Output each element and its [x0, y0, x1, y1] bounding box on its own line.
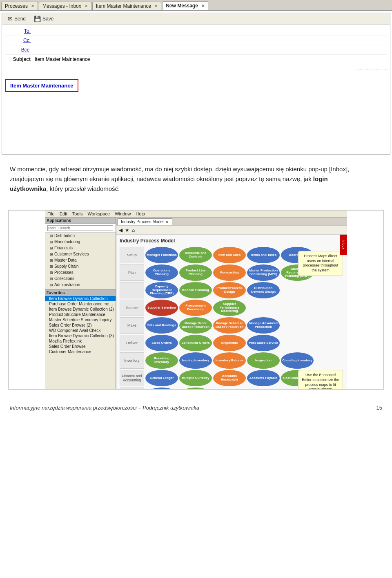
sidebar-item-distribution[interactable]: ⊞ Distribution — [45, 233, 116, 239]
favorite-item-1[interactable]: Purchase Order Maintenance menu coll — [45, 301, 116, 307]
email-body[interactable]: Item Master Maintenance — [2, 72, 390, 154]
tab-messages-inbox[interactable]: Messages - Inbox ✕ — [39, 2, 91, 10]
tab-new-message[interactable]: New Message ✕ — [162, 1, 208, 10]
subject-input[interactable] — [34, 56, 387, 63]
menu-help[interactable]: Help — [136, 211, 145, 216]
cell-product-process-design[interactable]: Product/Process Design — [213, 282, 246, 298]
tab-processes[interactable]: Processes ✕ — [1, 2, 38, 10]
cell-manage-schedule-based[interactable]: Manage Schedule Based Production — [213, 317, 246, 334]
favorite-item-7[interactable]: Item Browse Dynamic Collection (3) — [45, 333, 116, 338]
cell-sales-orders[interactable]: Sales Orders — [145, 335, 178, 351]
cell-manager-functions[interactable]: Manager Functions — [145, 247, 178, 263]
row-label-inventory: Inventory — [120, 352, 144, 369]
expand-icon-manufacturing: ⊞ — [50, 240, 53, 244]
cell-shipments[interactable]: Shipments — [213, 335, 246, 351]
favorite-item-10[interactable]: Customer Maintenance — [45, 349, 116, 354]
row-label-source: Source — [120, 300, 144, 316]
to-input[interactable] — [34, 28, 387, 34]
sidebar-item-supply-chain[interactable]: ⊞ Supply Chain — [45, 263, 116, 269]
menu-edit[interactable]: Edit — [60, 211, 67, 216]
process-map-title: Industry Process Model — [120, 238, 344, 244]
inbox-tab-right[interactable]: Inbox — [340, 235, 347, 255]
sidebar-favorites: Favorites Item Browse Dynamic Collection… — [45, 289, 116, 354]
cell-multiple-currency[interactable]: Multiple Currency — [179, 370, 212, 386]
inner-tab-industry-process-model[interactable]: Industry Process Model ✕ — [117, 218, 172, 225]
cell-fixed-assets[interactable]: Fixed Assets — [179, 388, 212, 389]
cell-scheduled-orders[interactable]: Scheduled Orders — [179, 335, 212, 351]
cell-manage-advanced[interactable]: Manage Advanced Production — [247, 317, 280, 334]
cell-crp[interactable]: Capacity Requirement Planning (CRP) — [145, 282, 178, 298]
tab-new-message-label: New Message — [166, 3, 198, 9]
cell-issuing-inventory[interactable]: Issuing Inventory — [179, 352, 212, 369]
send-button[interactable]: ✉ Send — [5, 15, 28, 23]
cell-terms-taxes[interactable]: Terms and Taxes — [247, 247, 280, 263]
tab-processes-close[interactable]: ✕ — [31, 4, 34, 8]
sidebar-item-master-data[interactable]: ⊞ Master Data — [45, 257, 116, 263]
cell-general-ledger[interactable]: General Ledger — [145, 370, 178, 386]
sidebar-item-administration[interactable]: ⊞ Administration — [45, 282, 116, 288]
cell-item-sites[interactable]: Item and Sites — [213, 247, 246, 263]
sidebar-item-manufacturing[interactable]: ⊞ Manufacturing — [45, 239, 116, 245]
cell-mps[interactable]: Master Production Scheduling (MPS) — [247, 264, 280, 281]
menu-search-input[interactable] — [47, 225, 113, 231]
cell-kanban-planning[interactable]: Kanban Planning — [179, 282, 212, 298]
cell-counting-inventory[interactable]: Counting Inventory — [281, 352, 314, 369]
cell-inventory-returns[interactable]: Inventory Returns — [213, 352, 246, 369]
cell-empty-1 — [281, 282, 314, 298]
sidebar-item-customer-services[interactable]: ⊞ Customer Services — [45, 251, 116, 257]
cc-input[interactable] — [34, 37, 387, 44]
cell-distribution-network-design[interactable]: Distribution Network Design — [247, 282, 280, 298]
cell-accounts-receivable[interactable]: Accounts Receivable — [213, 370, 246, 386]
cell-supplier-performance[interactable]: Supplier Performance Monitoring — [213, 300, 246, 316]
menu-window[interactable]: Window — [115, 211, 131, 216]
cc-label[interactable]: Cc: — [5, 38, 34, 43]
cell-cash-management[interactable]: Cash Management — [145, 388, 178, 389]
cell-supplier-selection[interactable]: Supplier Selection — [145, 300, 178, 316]
save-button[interactable]: 💾 Save — [31, 15, 56, 23]
to-label[interactable]: To: — [5, 28, 34, 34]
tab-item-master[interactable]: Item Master Maintenance ✕ — [92, 2, 161, 10]
menu-file[interactable]: File — [47, 211, 55, 216]
bcc-label[interactable]: Bcc: — [5, 47, 34, 53]
favorite-item-8[interactable]: Mozilla Firefox.lnk — [45, 338, 116, 344]
favorite-item-3[interactable]: Product Structure Maintenance — [45, 312, 116, 317]
sidebar-item-processes[interactable]: ⊞ Processes — [45, 269, 116, 276]
cell-bills-routings[interactable]: Bills and Routings — [145, 317, 178, 334]
bcc-input[interactable] — [34, 47, 387, 53]
tab-new-message-close[interactable]: ✕ — [201, 4, 205, 8]
email-compose-panel: ✉ Send 💾 Save To: Cc: Bcc: Subject · · ·… — [2, 13, 390, 155]
to-field-row: To: — [5, 27, 387, 36]
favorite-item-0[interactable]: Item Browse Dynamic Collection — [45, 296, 116, 301]
cell-forecasting[interactable]: Forecasting — [213, 264, 246, 281]
favorite-item-5[interactable]: Sales Order Browse (2) — [45, 323, 116, 328]
row-label-finance2 — [120, 388, 144, 389]
menu-tools[interactable]: Tools — [72, 211, 83, 216]
inner-tab-close[interactable]: ✕ — [165, 220, 169, 224]
tab-messages-inbox-close[interactable]: ✕ — [85, 4, 88, 8]
favorite-item-2[interactable]: Item Browse Dynamic Collection (2) — [45, 307, 116, 312]
cell-operations-planning[interactable]: Operations Planning — [145, 264, 178, 281]
cell-manage-order-based[interactable]: Manage Order Based Production — [179, 317, 212, 334]
favorite-item-9[interactable]: Sales Order Browse — [45, 344, 116, 349]
menu-workspace[interactable]: Workspace — [87, 211, 110, 216]
cell-accounts-controls[interactable]: Accounts and Controls — [179, 247, 212, 263]
cell-post-sales-service[interactable]: Post-Sales Service — [247, 335, 280, 351]
app-sidebar: Applications ⊞ Distribution ⊞ Manufactur… — [45, 217, 116, 389]
cell-procurement-processing[interactable]: Procurement Processing — [179, 300, 212, 316]
sidebar-item-financials[interactable]: ⊞ Financials — [45, 245, 116, 251]
app-screenshot: File Edit Tools Workspace Window Help Ap… — [45, 211, 347, 389]
cell-receiving-inventory[interactable]: Receiving Inventory — [145, 352, 178, 369]
tab-item-master-close[interactable]: ✕ — [154, 4, 158, 8]
cell-inspection[interactable]: Inspection — [247, 352, 280, 369]
sidebar-item-collections[interactable]: ⊞ Collections — [45, 276, 116, 282]
toolbar-home-btn[interactable]: ⌂ — [132, 227, 135, 233]
body-link[interactable]: Item Master Maintenance — [10, 83, 74, 89]
favorite-item-6[interactable]: WO Component Avail Check — [45, 328, 116, 333]
cell-product-line-planning[interactable]: Product Line Planning — [179, 264, 212, 281]
toolbar-back-btn[interactable]: ◀ — [119, 227, 122, 233]
toolbar-star-btn[interactable]: ★ — [125, 227, 129, 233]
cell-accounts-payable[interactable]: Accounts Payable — [247, 370, 280, 386]
cell-empty-6 — [213, 388, 246, 389]
favorite-item-4[interactable]: Master Schedule Summary Inquiry — [45, 317, 116, 323]
expand-icon-processes: ⊞ — [50, 271, 53, 275]
